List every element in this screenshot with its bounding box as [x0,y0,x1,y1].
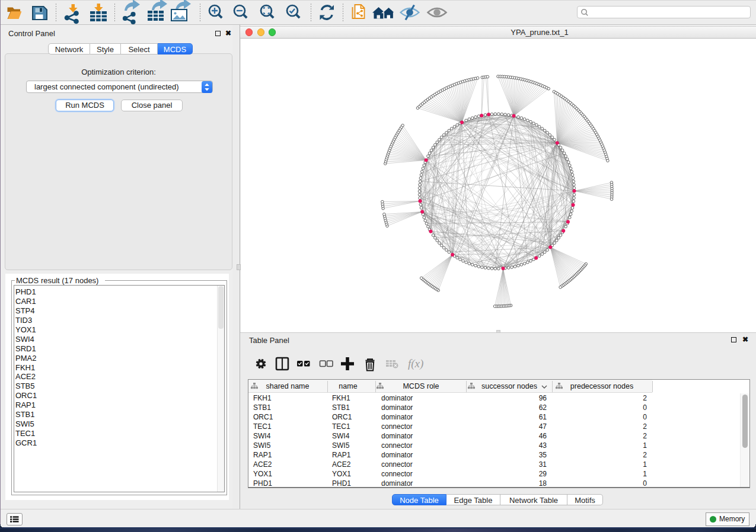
svg-text:f(x): f(x) [408,357,423,370]
